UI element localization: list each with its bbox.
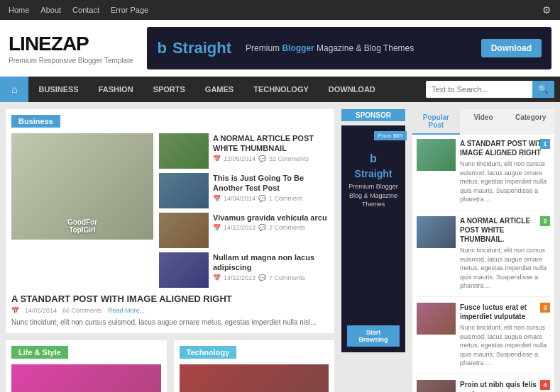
thumb-2 bbox=[159, 173, 209, 208]
sidebar-article-4: Proin ut nibh quis felis auctor ornare N… bbox=[417, 380, 550, 392]
logo-sub: Premium Responsive Blogger Template bbox=[9, 57, 133, 65]
sidebar-article-title-4: Proin ut nibh quis felis auctor ornare bbox=[460, 380, 550, 392]
nav-home-link[interactable]: Home bbox=[9, 6, 29, 14]
article-info-2: This is Just Going To Be Another Test Po… bbox=[213, 173, 329, 202]
sponsor-label: SPONSOR bbox=[341, 109, 405, 121]
nav-sports[interactable]: SPORTS bbox=[143, 78, 195, 101]
tech-label: Technology bbox=[180, 346, 237, 359]
side-articles: A NORMAL ARTICLE POST WHITE THUMBNAIL 📅 … bbox=[159, 133, 329, 288]
top-nav: Home About Contact Error Page ⚙ bbox=[0, 0, 560, 20]
sidebar-article-title-3: Fusce luctus erat et imperdiet vulputate bbox=[460, 303, 550, 321]
article-meta-3: 📅 14/12/2013 💬 2 Comments bbox=[213, 224, 329, 231]
sidebar-article-content-4: Proin ut nibh quis felis auctor ornare N… bbox=[460, 380, 550, 392]
ad-prefix: Str bbox=[172, 39, 194, 57]
ad-logo-char: b bbox=[157, 39, 166, 57]
life-section: Life & Style bbox=[6, 340, 167, 392]
start-browsing-button[interactable]: Start Browsing bbox=[347, 325, 400, 347]
sidebar-thumb-1 bbox=[417, 139, 456, 171]
sidebar-article-text-3: Nunc tincidunt, elit non cursus euismod,… bbox=[460, 323, 550, 368]
main-column: Business GoodForTopIGirl A NORMAL ARTICL… bbox=[6, 109, 334, 392]
sponsor-prefix: Str bbox=[355, 168, 368, 179]
business-label: Business bbox=[11, 115, 60, 128]
nav-contact-link[interactable]: Contact bbox=[72, 6, 99, 14]
sidebar-article-content-3: Fusce luctus erat et imperdiet vulputate… bbox=[460, 303, 550, 368]
featured-comment-count: 66 Comments bbox=[62, 307, 102, 314]
tech-section: Technology bbox=[174, 340, 335, 392]
sidebar-article-content-2: A NORMAL ARTICLE POST WHITE THUMBNAIL. N… bbox=[460, 216, 550, 291]
sponsor-ad-logo: b bbox=[370, 152, 377, 165]
nav-home-icon[interactable]: ⌂ bbox=[0, 77, 28, 102]
comment-icon-2: 💬 bbox=[258, 195, 266, 202]
featured-title: A STANDART POST WITH IMAGE ALIGNED RIGHT bbox=[11, 293, 329, 304]
sidebar-article-text-1: Nunc tincidunt, elit non cursus euismod,… bbox=[460, 159, 550, 204]
top-nav-links: Home About Contact Error Page bbox=[9, 6, 148, 14]
nav-error-link[interactable]: Error Page bbox=[111, 6, 148, 14]
tab-popular-post[interactable]: Popular Post bbox=[412, 109, 460, 135]
article-info-4: Nullam ut magna non lacus adipiscing 📅 1… bbox=[213, 252, 329, 281]
date-4: 14/12/2013 bbox=[224, 274, 256, 281]
article-num-1: 1 bbox=[540, 139, 550, 149]
sidebar-article-3: Fusce luctus erat et imperdiet vulputate… bbox=[417, 303, 550, 374]
date-2: 14/04/2014 bbox=[224, 195, 256, 202]
logo-area: LINEZAP Premium Responsive Blogger Templ… bbox=[9, 33, 133, 65]
side-article-4: Nullam ut magna non lacus adipiscing 📅 1… bbox=[159, 252, 329, 288]
article-num-3: 3 bbox=[540, 303, 550, 313]
featured-image: GoodForTopIGirl bbox=[11, 133, 153, 240]
article-num-2: 2 bbox=[540, 216, 550, 226]
featured-bottom: A STANDART POST WITH IMAGE ALIGNED RIGHT… bbox=[11, 293, 329, 327]
main-nav: ⌂ BUSINESS FASHION SPORTS GAMES TECHNOLO… bbox=[0, 77, 560, 102]
thumb-4 bbox=[159, 252, 209, 288]
sidebar-thumb-4 bbox=[417, 380, 456, 392]
search-input[interactable] bbox=[426, 82, 532, 97]
nav-fashion[interactable]: FASHION bbox=[89, 78, 143, 101]
tech-image bbox=[180, 364, 329, 392]
featured-date: 14/05/2014 bbox=[25, 307, 57, 314]
calendar-icon-4: 📅 bbox=[213, 274, 221, 281]
article-meta-2: 📅 14/04/2014 💬 1 Comment bbox=[213, 195, 329, 202]
date-3: 14/12/2013 bbox=[224, 224, 256, 231]
search-button[interactable]: 🔍 bbox=[532, 81, 554, 98]
header: LINEZAP Premium Responsive Blogger Templ… bbox=[0, 20, 560, 77]
ad-banner[interactable]: b Straight Premium Blogger Magazine & Bl… bbox=[147, 27, 551, 69]
nav-download[interactable]: DOWNLOAD bbox=[319, 78, 385, 101]
sidebar-article-title-1: A STANDART POST WITH IMAGE ALIGNED RIGHT bbox=[460, 139, 550, 157]
sponsor-ad-title: Straight bbox=[355, 168, 392, 179]
article-info-3: Vivamus gravida vehicula arcu 📅 14/12/20… bbox=[213, 213, 329, 231]
sponsor-desc: Premium Blogger Blog & Magazine Themes bbox=[347, 182, 400, 209]
comments-2: 1 Comment bbox=[269, 195, 302, 202]
search-box: 🔍 bbox=[426, 81, 554, 98]
sponsor-highlight: aight bbox=[368, 168, 392, 179]
nav-technology[interactable]: TECHNOLOGY bbox=[243, 78, 319, 101]
nav-games[interactable]: GAMES bbox=[195, 78, 243, 101]
side-article-3: Vivamus gravida vehicula arcu 📅 14/12/20… bbox=[159, 213, 329, 248]
article-meta-4: 📅 14/12/2013 💬 7 Comments bbox=[213, 274, 329, 281]
comments-3: 2 Comments bbox=[269, 224, 305, 231]
side-article-1: A NORMAL ARTICLE POST WHITE THUMBNAIL 📅 … bbox=[159, 133, 329, 169]
article-title-2: This is Just Going To Be Another Test Po… bbox=[213, 173, 329, 194]
right-sidebar: Popular Post Video Category A STANDART P… bbox=[412, 109, 554, 392]
sidebar-tabs: Popular Post Video Category bbox=[412, 109, 554, 135]
comments-1: 32 Comments bbox=[269, 155, 309, 162]
sponsor-column: SPONSOR From $65 b Straight Premium Blog… bbox=[341, 109, 405, 392]
bottom-sections: Life & Style Technology bbox=[6, 340, 334, 392]
sponsor-ad: From $65 b Straight Premium Blogger Blog… bbox=[341, 125, 405, 352]
sidebar-articles: A STANDART POST WITH IMAGE ALIGNED RIGHT… bbox=[412, 135, 554, 392]
article-title-3: Vivamus gravida vehicula arcu bbox=[213, 213, 329, 223]
comments-4: 7 Comments bbox=[269, 274, 305, 281]
life-image bbox=[11, 364, 161, 392]
comment-icon-4: 💬 bbox=[258, 274, 266, 281]
sidebar-article-1: A STANDART POST WITH IMAGE ALIGNED RIGHT… bbox=[417, 139, 550, 211]
article-title-4: Nullam ut magna non lacus adipiscing bbox=[213, 252, 329, 273]
read-more-link[interactable]: Read More... bbox=[108, 307, 145, 314]
ad-description: Premium Blogger Magazine & Blog Themes bbox=[246, 43, 474, 53]
article-info-1: A NORMAL ARTICLE POST WHITE THUMBNAIL 📅 … bbox=[213, 133, 329, 162]
tab-video[interactable]: Video bbox=[460, 109, 507, 135]
nav-business[interactable]: BUSINESS bbox=[28, 78, 88, 101]
article-title-1: A NORMAL ARTICLE POST WHITE THUMBNAIL bbox=[213, 133, 329, 154]
gear-icon[interactable]: ⚙ bbox=[542, 4, 551, 16]
download-button[interactable]: Download bbox=[481, 39, 542, 57]
side-article-2: This is Just Going To Be Another Test Po… bbox=[159, 173, 329, 208]
logo-text: LINEZAP bbox=[9, 33, 133, 55]
nav-about-link[interactable]: About bbox=[40, 6, 61, 14]
tab-category[interactable]: Category bbox=[507, 109, 554, 135]
